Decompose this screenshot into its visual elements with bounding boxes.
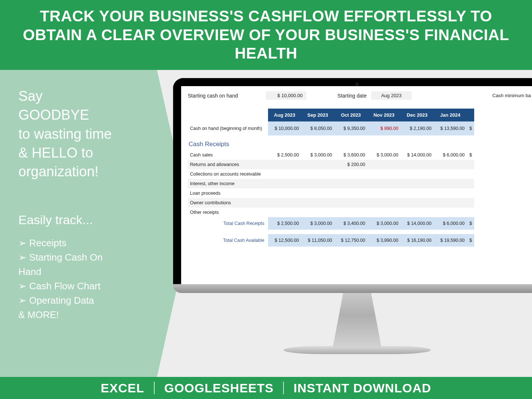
total-cell[interactable]: $ 14,000.00 — [401, 217, 434, 230]
coh-cell[interactable]: $ 890.00 — [367, 121, 401, 135]
cell[interactable] — [434, 179, 467, 188]
cell[interactable] — [401, 188, 434, 198]
cell-extra[interactable] — [467, 188, 474, 198]
cell[interactable] — [334, 208, 367, 217]
month-header: Dec 2023 — [401, 109, 434, 121]
cell[interactable] — [434, 160, 467, 169]
middle-section: Say GOODBYE to wasting time & HELLO to o… — [0, 70, 532, 377]
cell[interactable] — [268, 198, 301, 208]
spreadsheet: Starting cash on hand $ 10,000.00 Starti… — [181, 86, 532, 284]
cell[interactable] — [301, 208, 334, 217]
cell[interactable] — [367, 169, 401, 179]
cell[interactable] — [367, 208, 401, 217]
row-label: Returns and allowances — [188, 160, 268, 169]
left-panel: Say GOODBYE to wasting time & HELLO to o… — [0, 70, 191, 377]
easily-track-heading: Easily track... — [18, 213, 169, 227]
cell[interactable]: $ 6,000.00 — [434, 150, 467, 160]
cell-extra[interactable] — [467, 208, 474, 217]
total-cell[interactable]: $ 3,890.00 — [367, 234, 401, 247]
starting-date-label: Starting date — [330, 93, 367, 99]
total-cell-extra[interactable]: $ — [467, 217, 474, 230]
coh-label: Cash on hand (beginning of month) — [188, 121, 268, 135]
cell[interactable]: $ 2,500.00 — [268, 150, 301, 160]
cell[interactable] — [434, 169, 467, 179]
sheet-top-row: Starting cash on hand $ 10,000.00 Starti… — [188, 91, 531, 100]
row-label: Cash sales — [188, 150, 268, 160]
coh-cell[interactable]: $ 8,050.00 — [301, 121, 334, 135]
coh-cell[interactable]: $ 13,590.00 — [434, 121, 467, 135]
cell[interactable] — [401, 208, 434, 217]
list-item: Receipts — [18, 236, 169, 250]
cell[interactable] — [268, 188, 301, 198]
total-cell[interactable]: $ 11,050.00 — [301, 234, 334, 247]
cell-extra[interactable]: $ — [467, 150, 474, 160]
cell[interactable] — [268, 208, 301, 217]
month-header: Oct 2023 — [334, 109, 367, 121]
list-item-cont: Hand — [18, 265, 169, 279]
cell[interactable] — [401, 160, 434, 169]
cell[interactable] — [301, 179, 334, 188]
cell[interactable]: $ 3,600.00 — [334, 150, 367, 160]
list-item: Starting Cash On — [18, 250, 169, 265]
total-cell[interactable]: $ 19,590.00 — [434, 234, 467, 247]
cell[interactable] — [401, 169, 434, 179]
cell[interactable] — [268, 169, 301, 179]
cell-extra[interactable] — [467, 198, 474, 208]
cell[interactable] — [367, 179, 401, 188]
cell[interactable] — [434, 198, 467, 208]
cell[interactable] — [334, 179, 367, 188]
total-cell[interactable]: $ 3,000.00 — [367, 217, 401, 230]
section-cash-receipts: Cash Receipts — [188, 135, 474, 150]
cell[interactable] — [268, 179, 301, 188]
cell[interactable]: $ 200.00 — [334, 160, 367, 169]
cell[interactable]: $ 14,000.00 — [401, 150, 434, 160]
goodbye-line3: to wasting time — [18, 126, 112, 142]
total-cell[interactable]: $ 3,400.00 — [334, 217, 367, 230]
month-header: Jan 2024 — [434, 109, 467, 121]
cell[interactable] — [401, 179, 434, 188]
goodbye-line2: GOODBYE — [18, 107, 89, 123]
total-cell[interactable]: $ 6,000.00 — [434, 217, 467, 230]
cell[interactable] — [401, 198, 434, 208]
coh-cell[interactable]: $ 9,350.00 — [334, 121, 367, 135]
empty-header — [188, 109, 268, 121]
cell-extra[interactable] — [467, 179, 474, 188]
receipt-rows-grid: Cash sales$ 2,500.00$ 3,000.00$ 3,600.00… — [188, 150, 531, 217]
total-cell[interactable]: $ 16,190.00 — [401, 234, 434, 247]
cell[interactable] — [434, 208, 467, 217]
total-cell[interactable]: $ 3,000.00 — [301, 217, 334, 230]
month-header: Nov 2023 — [367, 109, 401, 121]
row-label: Owner contributions — [188, 198, 268, 208]
cash-min-label: Cash minimum ba — [492, 93, 531, 98]
monitor-stand — [322, 293, 392, 348]
coh-cell-extra[interactable]: $ — [467, 121, 474, 135]
footer-bar: EXCEL GOOGLESHEETS INSTANT DOWNLOAD — [0, 377, 532, 399]
cell[interactable]: $ 3,000.00 — [367, 150, 401, 160]
cell[interactable] — [367, 188, 401, 198]
total-cell[interactable]: $ 12,500.00 — [268, 234, 301, 247]
total-cell[interactable]: $ 2,500.00 — [268, 217, 301, 230]
cell[interactable] — [301, 160, 334, 169]
cell[interactable] — [301, 169, 334, 179]
cell[interactable] — [268, 160, 301, 169]
cell[interactable] — [334, 198, 367, 208]
starting-date-value[interactable]: Aug 2023 — [371, 91, 412, 100]
cell[interactable] — [434, 188, 467, 198]
coh-cell[interactable]: $ 2,190.00 — [401, 121, 434, 135]
cell-extra[interactable] — [467, 169, 474, 179]
cell[interactable] — [301, 188, 334, 198]
list-item: Operating Data — [18, 293, 169, 308]
cell-extra[interactable] — [467, 160, 474, 169]
cell[interactable] — [301, 198, 334, 208]
starting-cash-value[interactable]: $ 10,000.00 — [266, 91, 306, 100]
total-cell-extra[interactable]: $ — [467, 234, 474, 247]
cell[interactable]: $ 3,000.00 — [301, 150, 334, 160]
cell[interactable] — [334, 188, 367, 198]
cell[interactable] — [367, 160, 401, 169]
coh-cell[interactable]: $ 10,000.00 — [268, 121, 301, 135]
cell[interactable] — [367, 198, 401, 208]
monitor-chin — [173, 284, 532, 293]
total-cell[interactable]: $ 12,750.00 — [334, 234, 367, 247]
cell[interactable] — [334, 169, 367, 179]
footer-instant-download: INSTANT DOWNLOAD — [293, 381, 431, 395]
